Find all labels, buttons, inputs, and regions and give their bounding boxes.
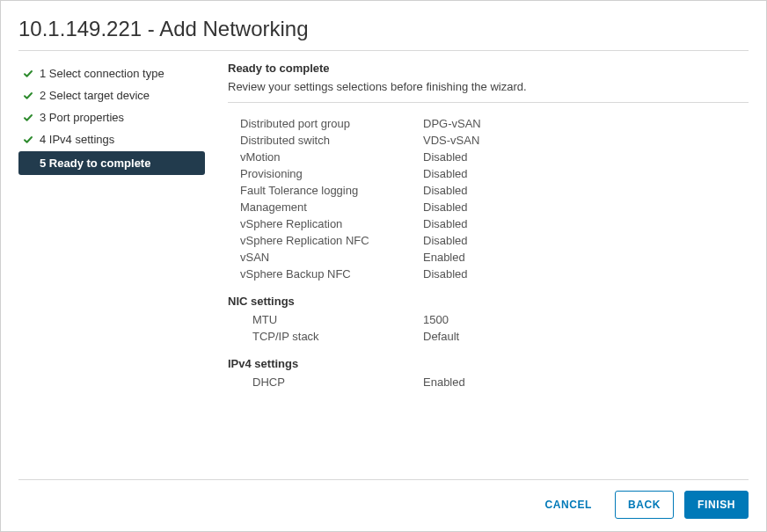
title-divider <box>18 50 749 51</box>
summary-key: vSphere Replication NFC <box>228 232 423 249</box>
summary-value: Disabled <box>423 266 749 282</box>
finish-button[interactable]: FINISH <box>684 491 749 519</box>
summary-row: vSphere Replication NFCDisabled <box>228 232 749 249</box>
summary-key: MTU <box>228 311 423 328</box>
step-label: 4 IPv4 settings <box>40 133 114 146</box>
summary-value: Disabled <box>423 232 749 249</box>
summary-value: Enabled <box>423 249 749 266</box>
summary-row: MTU1500 <box>228 311 749 328</box>
summary-value: Default <box>423 328 749 345</box>
summary-key: vMotion <box>228 149 423 165</box>
dialog-footer: CANCEL BACK FINISH <box>18 479 749 519</box>
summary-value: 1500 <box>423 311 749 328</box>
step-port-properties[interactable]: 3 Port properties <box>18 107 205 128</box>
step-ready-to-complete[interactable]: 5 Ready to complete <box>18 151 205 175</box>
summary-key: Fault Tolerance logging <box>228 182 423 199</box>
check-icon <box>22 68 34 80</box>
step-label: 5 Ready to complete <box>40 157 150 170</box>
summary-value: VDS-vSAN <box>423 132 749 149</box>
summary-key: Distributed port group <box>228 115 423 132</box>
summary-key: vSphere Backup NFC <box>228 266 423 282</box>
summary-value: Disabled <box>423 165 749 182</box>
content-heading: Ready to complete <box>228 62 749 75</box>
cancel-button[interactable]: CANCEL <box>532 492 604 518</box>
summary-row: Fault Tolerance loggingDisabled <box>228 182 749 199</box>
check-icon <box>22 112 34 124</box>
back-button[interactable]: BACK <box>615 491 674 519</box>
summary-rows: Distributed port groupDPG-vSAN Distribut… <box>228 115 749 390</box>
add-networking-dialog: 10.1.149.221 - Add Networking 1 Select c… <box>0 0 767 532</box>
summary-key: DHCP <box>228 374 423 390</box>
summary-value: DPG-vSAN <box>423 115 749 132</box>
step-select-target-device[interactable]: 2 Select target device <box>18 85 205 106</box>
summary-value: Enabled <box>423 374 749 390</box>
step-label: 3 Port properties <box>40 111 124 124</box>
summary-row: TCP/IP stackDefault <box>228 328 749 345</box>
summary-key: Provisioning <box>228 165 423 182</box>
nic-settings-heading: NIC settings <box>228 295 749 308</box>
summary-row: ProvisioningDisabled <box>228 165 749 182</box>
dialog-body: 1 Select connection type 2 Select target… <box>18 60 749 479</box>
summary-row: vSphere ReplicationDisabled <box>228 215 749 232</box>
check-icon <box>22 134 34 146</box>
summary-row: vSANEnabled <box>228 249 749 266</box>
step-label: 2 Select target device <box>40 89 150 102</box>
check-icon <box>22 90 34 102</box>
dialog-title: 10.1.149.221 - Add Networking <box>18 17 749 50</box>
step-label: 1 Select connection type <box>40 67 164 80</box>
summary-row: DHCPEnabled <box>228 374 749 390</box>
wizard-steps: 1 Select connection type 2 Select target… <box>18 60 205 479</box>
step-ipv4-settings[interactable]: 4 IPv4 settings <box>18 129 205 149</box>
step-select-connection-type[interactable]: 1 Select connection type <box>18 63 205 84</box>
summary-key: vSAN <box>228 249 423 266</box>
content-divider <box>228 102 749 103</box>
summary-row: vSphere Backup NFCDisabled <box>228 266 749 282</box>
summary-value: Disabled <box>423 199 749 215</box>
summary-row: vMotionDisabled <box>228 149 749 165</box>
summary-key: Distributed switch <box>228 132 423 149</box>
wizard-content: Ready to complete Review your settings s… <box>205 60 749 479</box>
summary-value: Disabled <box>423 149 749 165</box>
summary-key: TCP/IP stack <box>228 328 423 345</box>
summary-key: vSphere Replication <box>228 215 423 232</box>
summary-row: Distributed port groupDPG-vSAN <box>228 115 749 132</box>
summary-row: Distributed switchVDS-vSAN <box>228 132 749 149</box>
summary-row: ManagementDisabled <box>228 199 749 215</box>
ipv4-settings-heading: IPv4 settings <box>228 357 749 370</box>
summary-key: Management <box>228 199 423 215</box>
summary-value: Disabled <box>423 215 749 232</box>
summary-value: Disabled <box>423 182 749 199</box>
content-subheading: Review your settings selections before f… <box>228 80 749 93</box>
